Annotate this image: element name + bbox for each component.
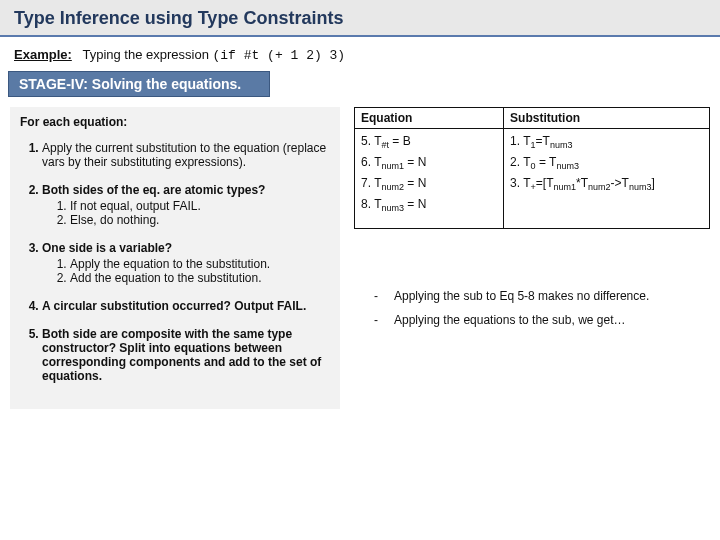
th-equation: Equation [355, 108, 504, 129]
notes-block: - Applying the sub to Eq 5-8 makes no di… [354, 289, 710, 327]
example-label: Example: [14, 47, 72, 62]
th-substitution: Substitution [504, 108, 710, 129]
dash-icon: - [374, 289, 382, 303]
algorithm-panel: For each equation: Apply the current sub… [10, 107, 340, 409]
substitution-cell: 1. T1=Tnum3 2. T0 = Tnum3 3. T+=[Tnum1*T… [504, 129, 710, 229]
step-3a: Apply the equation to the substitution. [70, 257, 330, 271]
right-column: Equation Substitution 5. T#t = B 6. Tnum… [354, 107, 710, 409]
step-2a: If not equal, output FAIL. [70, 199, 330, 213]
step-1: Apply the current substitution to the eq… [42, 141, 330, 169]
step-2b: Else, do nothing. [70, 213, 330, 227]
for-each-label: For each equation: [20, 115, 330, 129]
step-4: A circular substitution occurred? Output… [42, 299, 330, 313]
step-5: Both side are composite with the same ty… [42, 327, 330, 383]
note-2: - Applying the equations to the sub, we … [374, 313, 710, 327]
dash-icon: - [374, 313, 382, 327]
example-code: (if #t (+ 1 2) 3) [213, 48, 346, 63]
example-text: Typing the expression [82, 47, 208, 62]
step-2: Both sides of the eq. are atomic types? … [42, 183, 330, 227]
stage-heading: STAGE-IV: Solving the equations. [8, 71, 270, 97]
page-title: Type Inference using Type Constraints [14, 8, 706, 29]
step-3b: Add the equation to the substitution. [70, 271, 330, 285]
title-bar: Type Inference using Type Constraints [0, 0, 720, 37]
example-line: Example: Typing the expression (if #t (+… [0, 37, 720, 71]
note-1: - Applying the sub to Eq 5-8 makes no di… [374, 289, 710, 303]
equation-cell: 5. T#t = B 6. Tnum1 = N 7. Tnum2 = N 8. … [355, 129, 504, 229]
step-3: One side is a variable? Apply the equati… [42, 241, 330, 285]
equation-table: Equation Substitution 5. T#t = B 6. Tnum… [354, 107, 710, 229]
